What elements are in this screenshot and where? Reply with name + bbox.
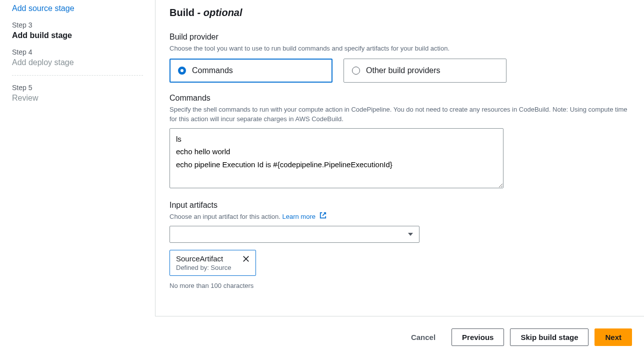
step-title-link[interactable]: Add source stage xyxy=(12,4,143,13)
commands-group: Commands Specify the shell commands to r… xyxy=(170,94,630,190)
build-provider-label: Build provider xyxy=(170,33,630,42)
radio-other-providers[interactable]: Other build providers xyxy=(344,59,506,83)
input-artifacts-desc-text: Choose an input artifact for this action… xyxy=(170,213,282,220)
artifact-token: SourceArtifact Defined by: Source xyxy=(170,250,256,276)
step-label: Step 5 xyxy=(12,84,143,92)
panel-title-text: Build xyxy=(170,7,198,18)
close-icon[interactable] xyxy=(242,254,250,264)
sidebar-step-source[interactable]: Add source stage xyxy=(12,0,143,17)
wizard-footer: Cancel Previous Skip build stage Next xyxy=(155,316,644,358)
main-content: Build - optional Build provider Choose t… xyxy=(155,0,644,358)
panel-title: Build - optional xyxy=(170,7,630,19)
radio-commands[interactable]: Commands xyxy=(170,59,332,83)
step-label: Step 4 xyxy=(12,48,143,56)
build-provider-description: Choose the tool you want to use to run b… xyxy=(170,44,630,54)
artifact-constraint: No more than 100 characters xyxy=(170,282,630,289)
artifact-token-name: SourceArtifact xyxy=(176,254,232,263)
next-button[interactable]: Next xyxy=(594,328,632,346)
build-provider-group: Build provider Choose the tool you want … xyxy=(170,33,630,83)
build-provider-options: Commands Other build providers xyxy=(170,59,630,83)
skip-build-stage-button[interactable]: Skip build stage xyxy=(510,328,588,346)
sidebar-step-deploy: Step 4 Add deploy stage xyxy=(12,44,143,71)
cancel-button[interactable]: Cancel xyxy=(401,329,446,345)
previous-button[interactable]: Previous xyxy=(452,328,504,346)
sidebar-step-review: Step 5 Review xyxy=(12,80,143,107)
learn-more-text: Learn more xyxy=(282,213,315,220)
panel-title-sep: - xyxy=(198,7,204,18)
step-title-current: Add build stage xyxy=(12,31,143,40)
sidebar-step-build: Step 3 Add build stage xyxy=(12,17,143,44)
wizard-sidebar: Add source stage Step 3 Add build stage … xyxy=(0,0,155,358)
panel-title-optional: optional xyxy=(204,7,242,18)
learn-more-link[interactable]: Learn more xyxy=(282,213,326,220)
input-artifacts-group: Input artifacts Choose an input artifact… xyxy=(170,201,630,289)
input-artifacts-label: Input artifacts xyxy=(170,201,630,210)
radio-icon xyxy=(352,67,360,75)
build-panel: Build - optional Build provider Choose t… xyxy=(155,0,644,316)
input-artifacts-description: Choose an input artifact for this action… xyxy=(170,212,630,222)
step-divider xyxy=(12,75,143,76)
artifact-token-sub: Defined by: Source xyxy=(176,264,232,271)
step-title-disabled: Add deploy stage xyxy=(12,58,143,67)
step-title-disabled: Review xyxy=(12,94,143,103)
caret-down-icon xyxy=(408,233,413,236)
input-artifacts-select[interactable] xyxy=(170,226,420,243)
radio-label: Other build providers xyxy=(366,66,440,75)
commands-description: Specify the shell commands to run with y… xyxy=(170,105,630,124)
commands-label: Commands xyxy=(170,94,630,103)
commands-textarea[interactable] xyxy=(170,128,504,188)
radio-icon xyxy=(178,67,186,75)
radio-label: Commands xyxy=(192,66,233,75)
step-label: Step 3 xyxy=(12,21,143,29)
external-link-icon xyxy=(320,212,326,222)
